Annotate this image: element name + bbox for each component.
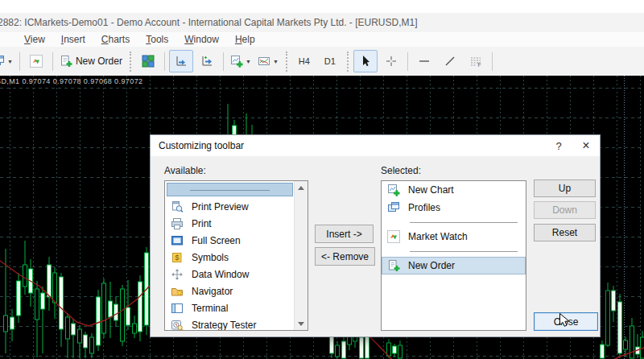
chart-shift-icon <box>200 55 213 68</box>
data-window-icon <box>171 268 184 281</box>
scroll-down-button[interactable] <box>295 317 308 330</box>
close-x-button[interactable]: × <box>572 135 600 156</box>
menu-help[interactable]: Help <box>227 34 263 45</box>
hline-icon <box>418 55 431 68</box>
down-button: Down <box>534 201 596 219</box>
chevron-down-icon[interactable]: ▼ <box>273 59 279 64</box>
menu-view[interactable]: View <box>16 34 53 45</box>
autoscroll-toolbar-button[interactable] <box>169 50 193 72</box>
crosshair-icon <box>385 55 398 68</box>
dialog-title-bar[interactable]: Customizing toolbar ? × <box>151 135 600 156</box>
print-preview-icon <box>171 200 184 213</box>
full-screen-icon <box>171 234 184 247</box>
list-item-label: Symbols <box>192 252 229 263</box>
list-item[interactable]: Data Window <box>165 266 295 283</box>
list-item[interactable]: Navigator <box>165 283 295 299</box>
print-icon <box>171 217 184 230</box>
selected-list-items: New ChartProfilesMarket WatchNew Order <box>382 181 526 274</box>
help-button[interactable]: ? <box>545 135 572 156</box>
fibonacci-toolbar-button[interactable]: F <box>464 50 488 72</box>
list-item[interactable]: New Order <box>382 257 526 274</box>
symbols-icon: $ <box>171 251 184 264</box>
dialog-title: Customizing toolbar <box>151 140 545 151</box>
list-separator[interactable] <box>382 246 526 257</box>
autoscroll-icon <box>175 55 188 68</box>
toolbar-separator <box>407 52 408 71</box>
new-chart-icon <box>230 55 243 68</box>
insert-button[interactable]: Insert -> <box>315 225 374 243</box>
market-watch-icon <box>387 230 400 243</box>
toolbar-grip[interactable] <box>286 52 287 72</box>
new-chart-toolbar-button[interactable]: ▼ <box>228 50 254 72</box>
list-item[interactable]: Print Preview <box>165 198 295 215</box>
list-item-label: Full Screen <box>192 235 241 246</box>
list-item[interactable]: Terminal <box>165 299 295 316</box>
cursor-toolbar-button[interactable] <box>353 50 378 72</box>
list-item[interactable]: Market Watch <box>382 228 526 246</box>
new-order-icon <box>387 259 400 272</box>
list-item[interactable]: New Chart <box>382 181 526 199</box>
market-watch-toolbar-button[interactable] <box>24 50 48 72</box>
list-item-label: Market Watch <box>408 231 468 242</box>
available-label: Available: <box>164 165 206 176</box>
up-button[interactable]: Up <box>534 180 596 197</box>
list-item[interactable]: Full Screen <box>165 232 295 249</box>
list-item-label: New Chart <box>408 184 454 196</box>
dialog-body: Available: Selected: Print PreviewPrintF… <box>151 156 600 336</box>
menu-bar: ViewInsertChartsToolsWindowHelp <box>0 32 644 47</box>
toolbar-separator <box>223 52 224 71</box>
menu-window[interactable]: Window <box>176 34 227 45</box>
list-item[interactable]: $Symbols <box>165 249 295 266</box>
profiles-icon <box>0 55 5 68</box>
title-bar: 2882: ICMarkets-Demo01 - Demo Account - … <box>0 13 644 32</box>
triangle-up-icon <box>298 186 304 190</box>
remove-button[interactable]: <- Remove <box>315 247 375 266</box>
tile-windows-toolbar-button[interactable] <box>136 50 160 72</box>
list-item[interactable]: Print <box>165 215 295 232</box>
chevron-down-icon[interactable]: ▼ <box>246 59 251 64</box>
ohlc-label: SD,M1 0.97074 0.97078 0.97068 0.97072 <box>0 77 142 85</box>
triangle-down-icon <box>298 322 304 326</box>
menu-charts[interactable]: Charts <box>93 34 138 45</box>
list-item-label: Strategy Tester <box>192 320 256 331</box>
new-chart-icon <box>387 184 400 196</box>
mouse-cursor-icon <box>559 312 572 333</box>
list-item[interactable]: Profiles <box>382 199 526 217</box>
hline-toolbar-button[interactable] <box>412 50 436 72</box>
profiles-toolbar-button[interactable]: ▼ <box>0 50 15 72</box>
reset-button[interactable]: Reset <box>534 224 596 241</box>
toolbar-grip[interactable] <box>130 52 131 72</box>
new-order-label: New Order <box>76 56 122 67</box>
chart-shift-toolbar-button[interactable] <box>195 50 219 72</box>
available-scrollbar[interactable] <box>294 181 308 330</box>
desktop-band <box>0 0 644 13</box>
timeframe-d1-button[interactable]: D1 <box>318 50 342 72</box>
indicators-toolbar-button[interactable]: ▼ <box>255 50 281 72</box>
new-order-toolbar-button[interactable]: New Order <box>57 50 125 72</box>
list-separator-selected[interactable] <box>167 183 293 196</box>
menu-tools[interactable]: Tools <box>138 34 176 45</box>
toolbar-separator <box>492 52 493 71</box>
list-separator[interactable] <box>382 217 526 228</box>
list-item[interactable]: Strategy Tester <box>165 316 295 331</box>
trendline-icon <box>444 55 456 68</box>
list-item-label: Terminal <box>192 303 228 314</box>
menu-insert[interactable]: Insert <box>53 34 93 45</box>
timeframe-label: D1 <box>321 56 339 66</box>
market-watch-icon <box>30 55 43 68</box>
navigator-icon <box>171 285 184 298</box>
scroll-up-button[interactable] <box>295 181 308 194</box>
timeframe-h4-button[interactable]: H4 <box>292 50 316 72</box>
list-item-label: Navigator <box>192 286 233 297</box>
list-item-label: Profiles <box>408 202 440 213</box>
trendline-toolbar-button[interactable] <box>438 50 462 72</box>
chevron-down-icon[interactable]: ▼ <box>7 59 13 64</box>
list-item-label: Print <box>192 218 212 229</box>
toolbar-grip[interactable] <box>347 52 349 72</box>
crosshair-toolbar-button[interactable] <box>379 50 403 72</box>
window-title: 2882: ICMarkets-Demo01 - Demo Account - … <box>0 17 418 28</box>
new-order-icon <box>60 55 72 68</box>
available-list[interactable]: Print PreviewPrintFull Screen$SymbolsDat… <box>164 180 308 331</box>
svg-text:F: F <box>477 62 481 68</box>
selected-list[interactable]: New ChartProfilesMarket WatchNew Order <box>381 180 526 331</box>
